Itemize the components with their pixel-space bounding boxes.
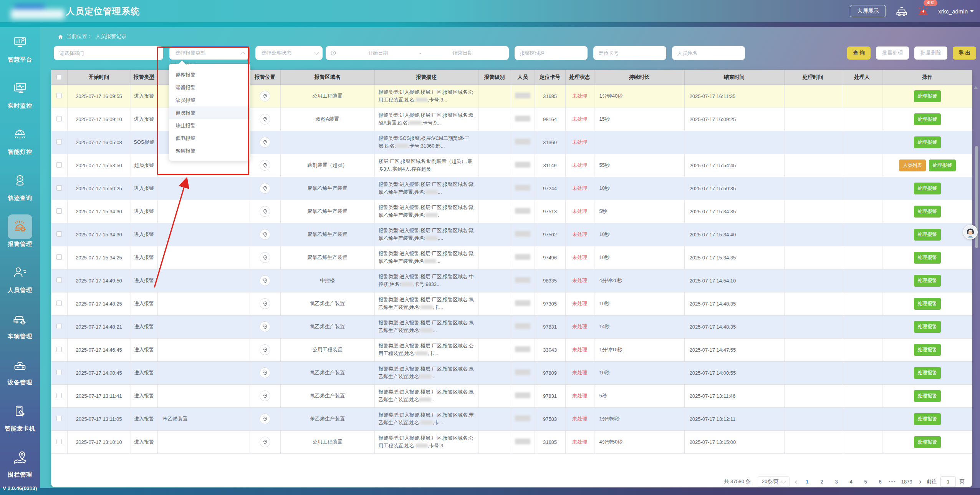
sidebar-item-card-dispenser[interactable]: 智能发卡机 — [0, 399, 40, 442]
alarm-type-option[interactable]: 聚集报警 — [169, 145, 250, 157]
alarm-type-select[interactable]: 选择报警类型 — [169, 46, 250, 60]
row-checkbox[interactable] — [56, 254, 62, 260]
location-pin-icon[interactable] — [260, 414, 270, 424]
location-pin-icon[interactable] — [260, 298, 270, 309]
row-checkbox[interactable] — [56, 416, 62, 421]
location-pin-icon[interactable] — [260, 367, 270, 378]
page-number[interactable]: 4 — [846, 479, 856, 485]
select-all-checkbox[interactable] — [56, 75, 62, 80]
sidebar-item-alarm-manage[interactable]: 报警管理 — [0, 214, 40, 257]
row-checkbox[interactable] — [56, 347, 62, 352]
sidebar-item-realtime-monitor[interactable]: 实时监控 — [0, 76, 40, 119]
scroll-up-icon[interactable] — [974, 86, 978, 89]
row-checkbox[interactable] — [56, 208, 62, 214]
alarm-type-option[interactable]: 静止报警 — [169, 119, 250, 132]
row-checkbox[interactable] — [56, 116, 62, 121]
location-pin-icon[interactable] — [260, 229, 270, 240]
date-range-picker[interactable]: 开始日期 - 结束日期 — [326, 46, 509, 60]
sidebar-item-smart-light[interactable]: 智能灯控 — [0, 122, 40, 165]
sidebar-item-fence-manage[interactable]: 围栏管理 — [0, 445, 40, 488]
region-name-input[interactable] — [515, 46, 588, 60]
sidebar-item-smart-platform[interactable]: 智慧平台 — [0, 30, 40, 73]
sidebar-item-device-manage[interactable]: 设备管理 — [0, 353, 40, 396]
next-page-button[interactable]: › — [917, 476, 923, 487]
handle-alarm-button[interactable]: 处理报警 — [914, 136, 941, 148]
handle-alarm-button[interactable]: 处理报警 — [914, 90, 941, 102]
handle-alarm-button[interactable]: 处理报警 — [914, 413, 941, 425]
row-checkbox[interactable] — [56, 324, 62, 329]
handle-alarm-button[interactable]: 处理报警 — [914, 436, 941, 448]
handle-alarm-button[interactable]: 处理报警 — [914, 229, 941, 241]
row-checkbox[interactable] — [56, 277, 62, 283]
location-pin-icon[interactable] — [260, 160, 270, 171]
alarm-type-option[interactable]: 滞留报警 — [169, 81, 250, 94]
page-number[interactable]: 1 — [803, 479, 812, 485]
handle-alarm-button[interactable]: 处理报警 — [914, 275, 941, 287]
location-pin-icon[interactable] — [260, 437, 270, 447]
row-checkbox[interactable] — [56, 93, 62, 98]
location-pin-icon[interactable] — [260, 344, 270, 355]
alarm-type-option[interactable]: 低电报警 — [169, 132, 250, 145]
row-checkbox[interactable] — [56, 439, 62, 444]
vehicle-icon[interactable] — [895, 5, 908, 17]
start-date-field[interactable]: 开始日期 — [336, 50, 419, 56]
export-button[interactable]: 导 出 — [953, 47, 976, 60]
handle-alarm-button[interactable]: 处理报警 — [914, 344, 941, 356]
goto-page-input[interactable] — [940, 476, 956, 487]
page-number-last[interactable]: 1879 — [900, 479, 914, 485]
row-checkbox[interactable] — [56, 231, 62, 237]
page-number[interactable]: 5 — [861, 479, 870, 485]
handle-alarm-button[interactable]: 处理报警 — [914, 367, 941, 379]
location-pin-icon[interactable] — [260, 275, 270, 286]
alarm-siren-icon[interactable]: 490 — [917, 5, 929, 18]
handle-alarm-button[interactable]: 处理报警 — [914, 321, 941, 333]
dept-select-input[interactable] — [54, 46, 163, 60]
row-checkbox[interactable] — [56, 370, 62, 375]
location-pin-icon[interactable] — [260, 183, 270, 194]
handle-alarm-button[interactable]: 处理报警 — [914, 113, 941, 125]
page-number[interactable]: 6 — [876, 479, 885, 485]
row-checkbox[interactable] — [56, 301, 62, 306]
batch-delete-button[interactable]: 批量删除 — [914, 47, 947, 60]
page-size-select[interactable]: 20条/页 — [758, 476, 790, 487]
row-checkbox[interactable] — [56, 393, 62, 398]
handle-alarm-button[interactable]: 处理报警 — [929, 159, 956, 171]
row-checkbox[interactable] — [56, 162, 62, 168]
location-pin-icon[interactable] — [260, 206, 270, 217]
user-menu[interactable]: xrkc_admin — [938, 8, 974, 15]
sidebar-item-person-manage[interactable]: 人员管理 — [0, 261, 40, 304]
page-number[interactable]: 2 — [817, 479, 826, 485]
location-pin-icon[interactable] — [260, 321, 270, 332]
person-name-input[interactable] — [672, 46, 745, 60]
alarm-type-option[interactable]: 越界报警 — [169, 68, 250, 81]
location-pin-icon[interactable] — [260, 390, 270, 401]
person-list-button[interactable]: 人员列表 — [899, 159, 926, 171]
end-date-field[interactable]: 结束日期 — [421, 50, 504, 56]
sidebar-item-track-query[interactable]: 轨迹查询 — [0, 168, 40, 211]
card-number-input[interactable] — [593, 46, 666, 60]
handle-alarm-button[interactable]: 处理报警 — [914, 252, 941, 264]
row-checkbox[interactable] — [56, 139, 62, 145]
row-checkbox[interactable] — [56, 185, 62, 191]
prev-page-button[interactable]: ‹ — [793, 476, 799, 487]
checkbox-cell — [51, 200, 67, 223]
location-pin-icon[interactable] — [260, 137, 270, 148]
more-pages-button[interactable]: ••• — [889, 479, 896, 485]
alarm-type-option[interactable]: 缺员报警 — [169, 94, 250, 106]
location-pin-icon[interactable] — [260, 91, 270, 101]
sidebar-item-vehicle-manage[interactable]: 车辆管理 — [0, 307, 40, 350]
search-button[interactable]: 查 询 — [847, 47, 871, 60]
handle-alarm-button[interactable]: 处理报警 — [914, 183, 941, 194]
location-pin-icon[interactable] — [260, 114, 270, 125]
handle-alarm-button[interactable]: 处理报警 — [914, 298, 941, 310]
location-pin-icon[interactable] — [260, 252, 270, 263]
big-screen-button[interactable]: 大屏展示 — [850, 5, 886, 17]
alarm-type-option[interactable]: 超员报警 — [169, 106, 250, 119]
assistant-float-icon[interactable] — [963, 225, 978, 239]
handle-alarm-button[interactable]: 处理报警 — [914, 206, 941, 218]
handle-alarm-button[interactable]: 处理报警 — [914, 390, 941, 402]
alarm-position-cell — [250, 269, 280, 292]
batch-process-button[interactable]: 批量处理 — [876, 47, 909, 60]
status-select[interactable]: 选择处理状态 — [255, 46, 323, 60]
page-number[interactable]: 3 — [832, 479, 841, 485]
